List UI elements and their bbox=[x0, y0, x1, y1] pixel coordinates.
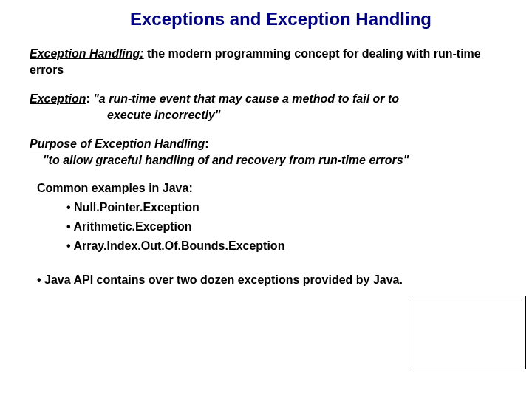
list-item: Array.Index.Out.Of.Bounds.Exception bbox=[66, 239, 510, 253]
list-item: Null.Pointer.Exception bbox=[66, 201, 510, 214]
section-exception: Exception: "a run-time event that may ca… bbox=[30, 91, 510, 123]
examples-header: Common examples in Java: bbox=[37, 182, 510, 195]
term-purpose: Purpose of Exception Handling bbox=[30, 137, 205, 150]
page-title: Exceptions and Exception Handling bbox=[52, 9, 510, 30]
colon-purpose: : bbox=[205, 137, 208, 150]
empty-box bbox=[412, 296, 526, 369]
section-purpose: Purpose of Exception Handling: "to allow… bbox=[30, 136, 510, 168]
examples-block: Common examples in Java: Null.Pointer.Ex… bbox=[37, 182, 510, 253]
footer-text: • Java API contains over two dozen excep… bbox=[37, 272, 510, 288]
def-exception-line2: execute incorrectly" bbox=[107, 109, 220, 121]
examples-list: Null.Pointer.Exception Arithmetic.Except… bbox=[66, 201, 510, 253]
def-exception-line1: "a run-time event that may cause a metho… bbox=[93, 92, 399, 105]
section-exception-handling: Exception Handling: the modern programmi… bbox=[30, 46, 510, 78]
footer-block: • Java API contains over two dozen excep… bbox=[37, 272, 510, 288]
term-exception-handling: Exception Handling: bbox=[30, 47, 144, 60]
term-exception: Exception bbox=[30, 92, 86, 105]
def-purpose: "to allow graceful handling of and recov… bbox=[43, 154, 409, 166]
colon-exception: : bbox=[86, 92, 93, 105]
list-item: Arithmetic.Exception bbox=[66, 220, 510, 233]
